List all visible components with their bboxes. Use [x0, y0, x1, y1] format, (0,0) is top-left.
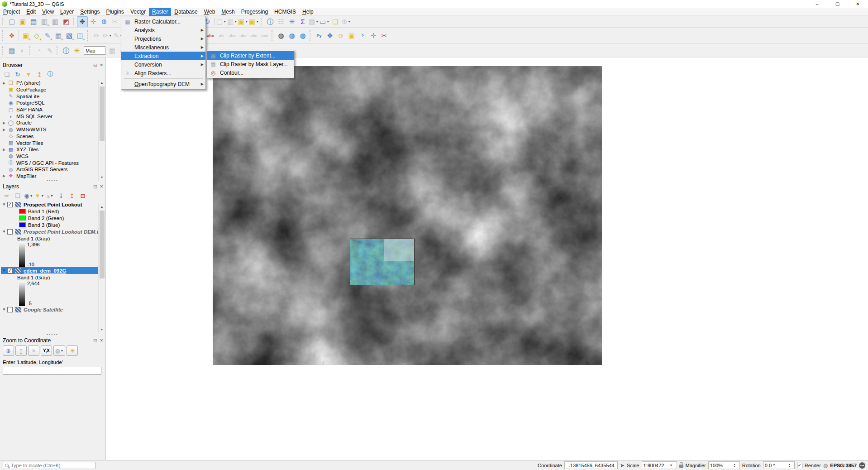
deselect-features[interactable]: ▥▼ — [227, 16, 238, 27]
layer-row-prospect-point-lookout[interactable]: ▼✓Prospect Point Lookout — [1, 201, 105, 208]
open-layer-styling[interactable]: ✏ — [2, 191, 12, 200]
maximize-button[interactable]: ▢ — [827, 0, 848, 8]
expand-arrow-icon[interactable]: ▶ — [1, 148, 7, 152]
lock-scale-icon[interactable] — [679, 465, 683, 468]
crs-status[interactable]: EPSG:3857 — [830, 463, 857, 468]
minimize-button[interactable]: – — [807, 0, 827, 8]
menu-edit[interactable]: Edit — [23, 8, 39, 16]
crs-selector[interactable]: ◍▼ — [53, 345, 65, 356]
collapse-all-layers[interactable]: ↥ — [67, 191, 77, 200]
extents-toggle-icon[interactable]: ➤ — [620, 462, 625, 469]
menu-item-contour[interactable]: ◎Contour... — [207, 68, 294, 77]
expand-all[interactable]: ↧ — [56, 191, 66, 200]
style-manager[interactable]: ◩ — [61, 16, 72, 27]
zoom-in[interactable]: ⊕ — [99, 16, 110, 27]
magnifier-spinner[interactable]: ▲▼ — [734, 463, 736, 468]
processing-toolbox[interactable]: ✳ — [286, 16, 297, 27]
browser-item-scenes[interactable]: ◇Scenes — [1, 133, 105, 140]
layer-checkbox[interactable] — [7, 307, 13, 312]
new-map-view[interactable]: ⊕▼ — [341, 16, 352, 27]
browser-item-xyz-tiles[interactable]: ▶▩XYZ Tiles — [1, 146, 105, 153]
layers-dock-icon[interactable]: ◱ — [93, 184, 97, 189]
expand-arrow-icon[interactable]: ▶ — [1, 174, 7, 178]
render-checkbox[interactable]: ✓ — [797, 463, 802, 468]
browser-dock-icon[interactable]: ◱ — [93, 63, 97, 67]
filter-by-expression[interactable]: ε▼ — [45, 191, 55, 200]
menu-raster[interactable]: Raster — [149, 8, 171, 16]
close-button[interactable]: ✕ — [848, 0, 868, 8]
select-features[interactable]: ▢▼ — [216, 16, 227, 27]
save-layer-edits[interactable]: ✏▼ — [102, 30, 113, 41]
expand-arrow-icon[interactable]: ▼ — [1, 230, 7, 234]
zoom-full[interactable]: ✛ — [88, 16, 99, 27]
menu-processing[interactable]: Processing — [238, 8, 271, 16]
map-canvas[interactable] — [106, 58, 868, 460]
identify-tool[interactable]: ⓘ — [61, 45, 72, 56]
crs-globe-icon[interactable]: ◍ — [823, 462, 828, 469]
menu-item-extraction[interactable]: Extraction▶ — [121, 52, 205, 60]
labeling-opt-2[interactable]: abc — [227, 30, 238, 41]
magnifier-input[interactable] — [710, 463, 733, 468]
menu-database[interactable]: Database — [171, 8, 200, 16]
new-geopackage-layer[interactable]: ▣✶ — [20, 30, 31, 41]
browser-item-wms-wmts[interactable]: ▶◍WMS/WMTS — [1, 126, 105, 133]
browser-item-wcs[interactable]: ◍WCS — [1, 153, 105, 160]
browser-scrollbar[interactable]: ▲ ▼ — [98, 79, 105, 181]
hcmgis-tools[interactable]: ✂ — [379, 30, 390, 41]
scale-input[interactable] — [644, 463, 670, 468]
pan-map[interactable]: ✥ — [77, 16, 88, 27]
digitize-a[interactable]: ▦ — [107, 45, 118, 56]
menu-item-raster-calculator[interactable]: ▦Raster Calculator... — [121, 17, 205, 26]
add-group[interactable]: ❏ — [13, 191, 23, 200]
menu-item-clip-raster-by-mask-layer[interactable]: ▦Clip Raster by Mask Layer... — [207, 60, 294, 68]
scale-dropdown-icon[interactable]: ▼ — [670, 464, 673, 467]
menu-item-conversion[interactable]: Conversion▶ — [121, 60, 205, 69]
layer-checkbox[interactable] — [7, 229, 13, 235]
quick-guide[interactable]: ▣ — [346, 30, 357, 41]
new-mesh-layer[interactable]: ◫✶ — [75, 30, 86, 41]
refresh[interactable]: ↻ — [13, 70, 23, 79]
filter-browser[interactable]: ▼ — [24, 70, 33, 79]
new-print-layout[interactable]: ▥✶ — [39, 16, 50, 27]
zoom-panel-dock-icon[interactable]: ◱ — [93, 338, 97, 343]
metasearch[interactable]: ◍ — [276, 30, 286, 41]
configure-tool[interactable]: ✳ — [72, 45, 82, 56]
browser-item-spatialite[interactable]: ✎SpatiaLite — [1, 93, 105, 100]
flip-coordinate-order[interactable]: Y,X — [41, 345, 52, 356]
python-console[interactable]: Py — [314, 30, 324, 41]
browser-item-p-share[interactable]: ▶❒P:\ (share) — [1, 80, 105, 86]
menu-web[interactable]: Web — [201, 8, 219, 16]
paste-coordinates[interactable]: ▯ — [15, 345, 27, 356]
map-tips[interactable]: ❏ — [330, 16, 341, 27]
menu-hcmgis[interactable]: HCMGIS — [271, 8, 299, 16]
browser-item-ms-sql-server[interactable]: ◗MS SQL Server — [1, 113, 105, 120]
zoom-panel-close-icon[interactable]: ✕ — [100, 338, 103, 343]
toggle-editing[interactable]: ✏ — [91, 30, 102, 41]
manage-map-themes[interactable]: ◉▼ — [24, 191, 33, 200]
show-statistics[interactable]: Σ — [297, 16, 308, 27]
save-project[interactable]: ▤ — [28, 16, 39, 27]
open-data-source-manager[interactable]: ❖ — [6, 30, 17, 41]
layers-close-icon[interactable]: ✕ — [100, 184, 103, 189]
open-project[interactable]: ▣ — [17, 16, 28, 27]
menu-item-opentopography-dem[interactable]: OpenTopography DEM▶ — [121, 80, 205, 88]
browser-close-icon[interactable]: ✕ — [100, 63, 103, 67]
rotate-label[interactable]: ◔ — [33, 45, 44, 56]
messages-icon[interactable]: ••• — [859, 462, 865, 469]
browser-item-oracle[interactable]: ▶◯Oracle — [1, 120, 105, 126]
menu-help[interactable]: Help — [299, 8, 317, 16]
add-selected-layers[interactable]: ❏ — [2, 70, 12, 79]
browser-item-vector-tiles[interactable]: ▦Vector Tiles — [1, 139, 105, 146]
menu-layer[interactable]: Layer — [57, 8, 77, 16]
rotation-input[interactable] — [765, 463, 787, 468]
menu-plugins[interactable]: Plugins — [103, 8, 127, 16]
zoom-to-coordinates[interactable]: ⊕ — [3, 345, 14, 356]
expand-arrow-icon[interactable]: ▶ — [1, 128, 7, 132]
expand-arrow-icon[interactable]: ▼ — [1, 307, 7, 312]
browser-item-geopackage[interactable]: ▣GeoPackage — [1, 86, 105, 93]
panel-splitter-2[interactable]: ••••• — [0, 333, 105, 336]
plugin-builder[interactable]: ❖ — [324, 30, 335, 41]
labeling-opt-4[interactable]: abc — [248, 30, 259, 41]
browser-item-wfs-ogc-api-features[interactable]: ⓋWFS / OGC API - Features — [1, 159, 105, 166]
locator-input[interactable] — [11, 463, 88, 468]
